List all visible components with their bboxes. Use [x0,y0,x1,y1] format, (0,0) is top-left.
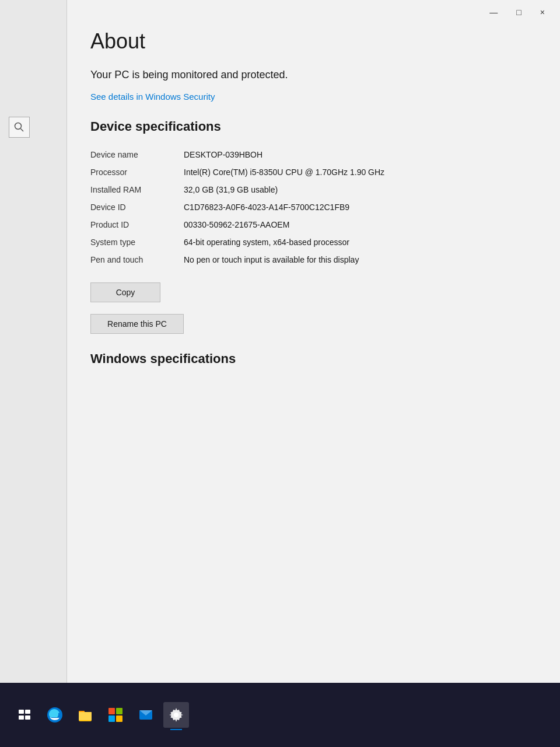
table-row: Device nameDESKTOP-039HBOH [90,146,531,163]
close-button[interactable]: × [537,7,548,18]
svg-rect-10 [108,708,115,714]
device-specs-title: Device specifications [90,119,531,134]
security-notice: Your PC is being monitored and protected… [90,68,382,82]
spec-label: Processor [90,163,184,181]
sidebar-panel [0,0,67,683]
specs-table: Device nameDESKTOP-039HBOHProcessorIntel… [90,146,531,268]
spec-value: 64-bit operating system, x64-based proce… [184,233,531,251]
copy-button[interactable]: Copy [90,282,160,302]
windows-specs-title: Windows specifications [90,351,531,366]
spec-value: C1D76823-A0F6-4023-A14F-5700C12C1FB9 [184,198,531,216]
svg-rect-11 [116,708,123,714]
svg-rect-13 [116,715,123,722]
search-icon-box[interactable] [9,117,30,138]
edge-browser-icon[interactable] [42,702,68,728]
spec-label: Product ID [90,216,184,233]
microsoft-store-icon[interactable] [103,702,128,728]
spec-label: Installed RAM [90,181,184,198]
spec-label: Device name [90,146,184,163]
spec-label: Device ID [90,198,184,216]
svg-point-0 [15,123,22,130]
spec-value: No pen or touch input is available for t… [184,251,531,268]
table-row: Device IDC1D76823-A0F6-4023-A14F-5700C12… [90,198,531,216]
page-title: About [90,29,531,54]
table-row: System type64-bit operating system, x64-… [90,233,531,251]
search-icon [14,122,24,132]
task-view-icon[interactable] [12,702,37,728]
spec-value: 32,0 GB (31,9 GB usable) [184,181,531,198]
settings-taskbar-icon[interactable] [163,702,189,728]
maximize-button[interactable]: □ [513,7,524,18]
security-link[interactable]: See details in Windows Security [90,92,531,102]
mail-icon[interactable] [133,702,159,728]
spec-value: 00330-50962-21675-AAOEM [184,216,531,233]
table-row: ProcessorIntel(R) Core(TM) i5-8350U CPU … [90,163,531,181]
svg-rect-2 [19,710,24,714]
svg-line-1 [21,129,24,132]
table-row: Installed RAM32,0 GB (31,9 GB usable) [90,181,531,198]
table-row: Product ID00330-50962-21675-AAOEM [90,216,531,233]
spec-value: Intel(R) Core(TM) i5-8350U CPU @ 1.70GHz… [184,163,531,181]
taskbar [0,683,560,747]
window-controls: — □ × [486,7,548,18]
svg-rect-3 [25,710,30,714]
svg-rect-12 [108,715,115,722]
spec-value: DESKTOP-039HBOH [184,146,531,163]
table-row: Pen and touchNo pen or touch input is av… [90,251,531,268]
rename-button[interactable]: Rename this PC [90,314,184,334]
spec-label: System type [90,233,184,251]
file-explorer-icon[interactable] [72,702,98,728]
svg-rect-9 [79,712,92,720]
svg-rect-4 [19,715,24,720]
svg-rect-5 [25,715,30,720]
spec-label: Pen and touch [90,251,184,268]
minimize-button[interactable]: — [486,7,501,18]
main-content-panel: — □ × About Your PC is being monitored a… [67,0,560,683]
